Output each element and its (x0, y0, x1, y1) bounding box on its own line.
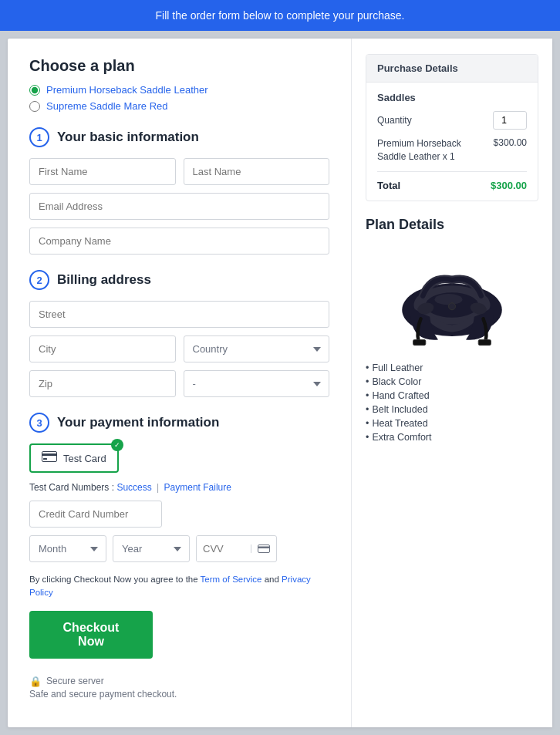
billing-title: Billing address (57, 272, 151, 288)
zip-state-row: - (29, 370, 329, 397)
step-2-number: 2 (29, 270, 49, 290)
feature-item-1: Full Leather (366, 362, 538, 373)
test-card-prefix: Test Card Numbers : (29, 482, 114, 493)
street-row (29, 301, 329, 328)
plan-option-2[interactable]: Supreme Saddle Mare Red (29, 100, 329, 112)
svg-rect-4 (258, 547, 270, 549)
country-select[interactable]: Country (184, 335, 330, 362)
card-label: Test Card (63, 453, 106, 464)
test-card-separator: | (157, 482, 159, 493)
city-input[interactable] (29, 335, 176, 362)
payment-header: 3 Your payment information (29, 413, 329, 433)
plan-label-2: Supreme Saddle Mare Red (46, 100, 168, 112)
last-name-input[interactable] (184, 158, 330, 185)
first-name-input[interactable] (29, 158, 176, 185)
cc-number-input[interactable] (29, 501, 162, 528)
card-icon (42, 451, 57, 465)
top-banner: Fill the order form below to complete yo… (0, 0, 560, 31)
total-label: Total (377, 180, 400, 191)
cvv-wrapper (196, 535, 277, 562)
terms-prefix: By clicking Checkout Now you agree to th… (29, 575, 201, 584)
purchase-details-box: Purchase Details Saddles Quantity Premiu… (366, 54, 538, 201)
svg-point-14 (449, 302, 456, 309)
svg-point-13 (435, 294, 463, 305)
step-1-number: 1 (29, 127, 49, 147)
company-row (29, 228, 329, 255)
city-country-row: Country (29, 335, 329, 362)
feature-item-4: Belt Included (366, 404, 538, 415)
state-select[interactable]: - (184, 370, 330, 397)
total-row: Total $300.00 (377, 180, 527, 191)
billing-header: 2 Billing address (29, 270, 329, 290)
svg-rect-0 (42, 452, 57, 462)
email-input[interactable] (29, 193, 329, 220)
banner-text: Fill the order form below to complete yo… (156, 9, 405, 22)
name-row (29, 158, 329, 185)
plan-radio-2[interactable] (29, 101, 40, 112)
test-card-failure-link[interactable]: Payment Failure (164, 482, 231, 493)
plan-details-section: Plan Details (366, 217, 538, 443)
svg-rect-9 (413, 339, 426, 345)
quantity-label: Quantity (377, 115, 412, 126)
step-3-number: 3 (29, 413, 49, 433)
cvv-input[interactable] (197, 536, 251, 561)
quantity-input[interactable] (493, 111, 527, 130)
main-content: Choose a plan Premium Horseback Saddle L… (8, 39, 552, 727)
zip-input[interactable] (29, 370, 176, 397)
terms-text: By clicking Checkout Now you agree to th… (29, 573, 329, 600)
page-wrapper: Fill the order form below to complete yo… (0, 0, 560, 735)
plan-option-1[interactable]: Premium Horseback Saddle Leather (29, 84, 329, 96)
test-card-info: Test Card Numbers : Success | Payment Fa… (29, 482, 329, 493)
plan-details-title: Plan Details (366, 217, 538, 233)
card-option-box[interactable]: Test Card ✓ (29, 443, 119, 473)
feature-list: Full Leather Black Color Hand Crafted Be… (366, 362, 538, 443)
feature-item-3: Hand Crafted (366, 390, 538, 401)
test-card-success-link[interactable]: Success (116, 482, 151, 493)
choose-plan-section: Choose a plan Premium Horseback Saddle L… (29, 57, 329, 112)
company-input[interactable] (29, 228, 329, 255)
basic-info-title: Your basic information (57, 130, 199, 145)
feature-item-2: Black Color (366, 376, 538, 387)
item-name: Premium Horseback Saddle Leather x 1 (377, 137, 470, 164)
year-select[interactable]: Year (113, 535, 190, 562)
secure-sub-text: Safe and secure payment checkout. (29, 689, 329, 700)
choose-plan-title: Choose a plan (29, 57, 329, 75)
plan-label-1: Premium Horseback Saddle Leather (46, 84, 208, 96)
feature-item-6: Extra Comfort (366, 432, 538, 443)
purchase-details-body: Saddles Quantity Premium Horseback Saddl… (366, 83, 538, 201)
basic-info-header: 1 Your basic information (29, 127, 329, 147)
terms-and: and (265, 575, 282, 584)
check-circle-icon: ✓ (111, 439, 123, 451)
svg-rect-10 (478, 339, 491, 345)
item-row: Premium Horseback Saddle Leather x 1 $30… (377, 137, 527, 172)
saddle-image-container (366, 244, 538, 352)
street-input[interactable] (29, 301, 329, 328)
secure-label: Secure server (46, 676, 104, 686)
cc-number-row (29, 501, 329, 535)
left-panel: Choose a plan Premium Horseback Saddle L… (8, 39, 352, 727)
feature-item-5: Heat Treated (366, 418, 538, 429)
svg-rect-1 (42, 453, 57, 456)
checkout-button[interactable]: Checkout Now (29, 611, 153, 659)
lock-icon: 🔒 (29, 676, 42, 687)
saddles-title: Saddles (377, 92, 527, 103)
saddle-image (383, 244, 521, 352)
svg-rect-3 (258, 545, 270, 553)
email-row (29, 193, 329, 220)
purchase-details-header: Purchase Details (366, 55, 538, 83)
secure-info: 🔒 Secure server (29, 676, 329, 687)
quantity-row: Quantity (377, 111, 527, 130)
item-price: $300.00 (494, 137, 527, 148)
total-price: $300.00 (491, 180, 527, 191)
payment-row: Month Year (29, 535, 329, 562)
cvv-card-icon (251, 545, 276, 553)
plan-radio-1[interactable] (29, 85, 40, 96)
payment-title: Your payment information (57, 415, 219, 430)
right-panel: Purchase Details Saddles Quantity Premiu… (352, 39, 552, 727)
month-select[interactable]: Month (29, 535, 106, 562)
terms-of-service-link[interactable]: Term of Service (201, 575, 262, 584)
svg-rect-2 (43, 458, 47, 460)
